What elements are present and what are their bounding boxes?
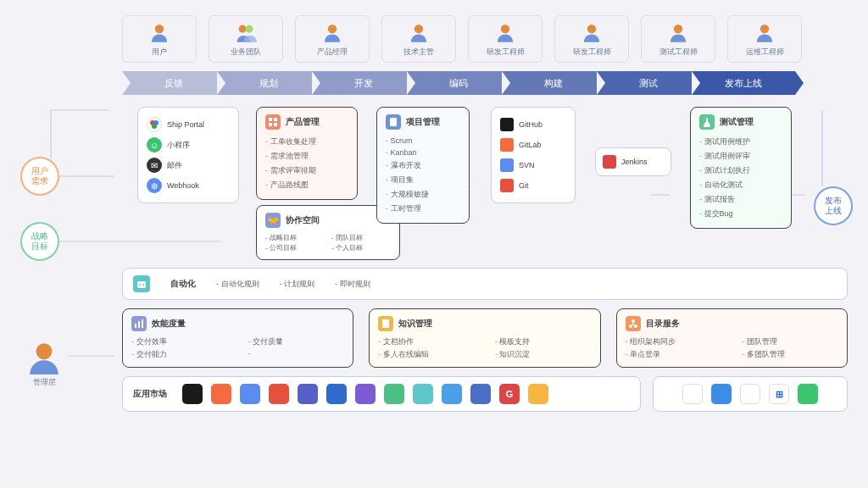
svg-point-7 — [674, 25, 682, 33]
box-performance: 效能度量 交付效率交付质量 交付能力 — [122, 308, 353, 368]
market-tile — [442, 384, 462, 404]
role-dev-1: 研发工程师 — [468, 15, 542, 63]
circle-strategy: 战略 目标 — [20, 222, 59, 261]
role-ops: 运维工程师 — [727, 15, 802, 63]
svg-rect-16 — [390, 118, 397, 126]
role-tech-lead: 技术主管 — [381, 15, 456, 63]
market-tile — [240, 384, 260, 404]
roles-row: 用户 业务团队 产品经理 技术主管 研发工程师 研发工程师 测试工程师 运维工程… — [122, 15, 848, 63]
box-channels: Ship Portal ☺小程序 ✉邮件 ⊕Webhook — [137, 107, 239, 203]
integration-tile: ⊞ — [769, 384, 789, 404]
role-pm: 产品经理 — [295, 15, 370, 63]
handshake-icon: 🤝 — [265, 213, 281, 228]
svg-point-8 — [760, 25, 769, 33]
svg-point-24 — [632, 319, 635, 323]
pipeline: 反馈 规划 开发 编码 构建 测试 发布上线 — [122, 71, 848, 95]
box-test-mgmt: 测试管理 测试用例维护测试用例评审 测试计划执行自动化测试 测试报告提交Bug — [690, 107, 792, 229]
svg-point-3 — [328, 25, 337, 33]
box-jenkins: Jenkins — [595, 147, 671, 176]
tree-icon — [626, 316, 641, 331]
svg-point-0 — [155, 25, 164, 33]
svg-rect-13 — [274, 118, 277, 121]
step-plan: 规划 — [217, 71, 320, 95]
box-project-mgmt: 项目管理 ScrumKanban 瀑布开发项目集 大规模敏捷工时管理 — [376, 107, 470, 224]
step-test: 测试 — [597, 71, 700, 95]
box-integrations: ⊞ — [653, 376, 848, 412]
box-product-mgmt: 产品管理 工单收集处理需求池管理 需求评审排期产品路线图 — [256, 107, 358, 200]
chart-icon — [131, 316, 147, 331]
svg-point-20 — [36, 343, 53, 359]
svg-point-11 — [152, 124, 157, 129]
role-dev-2: 研发工程师 — [554, 15, 629, 63]
svg-point-5 — [501, 25, 509, 33]
market-tile — [355, 384, 376, 404]
integration-tile — [740, 384, 760, 404]
svg-rect-17 — [137, 281, 146, 288]
box-knowledge: 知识管理 文档协作模板支持 多人在线编辑知识沉淀 — [369, 308, 600, 368]
robot-icon — [133, 275, 150, 292]
market-tile — [269, 384, 289, 404]
svg-rect-23 — [142, 319, 143, 328]
svg-point-19 — [142, 284, 144, 286]
svg-point-4 — [415, 25, 423, 33]
box-marketplace: 应用市场 G — [122, 376, 641, 412]
svg-point-1 — [239, 25, 247, 33]
svg-rect-21 — [135, 324, 136, 328]
market-tile — [182, 384, 203, 404]
svg-point-6 — [587, 25, 596, 33]
step-release: 发布上线 — [692, 71, 795, 95]
book-icon — [378, 316, 393, 331]
step-feedback: 反馈 — [122, 71, 225, 95]
box-code-repos: GitHub GitLab SVN Git — [491, 107, 576, 203]
integration-tile — [798, 384, 818, 404]
flask-icon — [699, 114, 715, 130]
role-biz-team: 业务团队 — [209, 15, 283, 63]
box-directory: 目录服务 组织架构同步团队管理 单点登录多团队管理 — [616, 308, 848, 368]
integration-tile — [711, 384, 732, 404]
market-tile — [326, 384, 347, 404]
market-tile — [413, 384, 433, 404]
svg-rect-15 — [274, 123, 277, 126]
market-tile — [384, 384, 404, 404]
grid-icon — [265, 114, 281, 130]
market-tile — [298, 384, 318, 404]
circle-user-demand: 用户 需求 — [20, 157, 59, 196]
integration-tile — [682, 384, 703, 404]
role-qa: 测试工程师 — [641, 15, 715, 63]
svg-rect-22 — [138, 321, 140, 328]
clipboard-icon — [386, 114, 401, 130]
role-user: 用户 — [122, 15, 197, 63]
market-tile: G — [499, 384, 520, 404]
market-tile — [528, 384, 548, 404]
svg-point-2 — [245, 25, 253, 33]
svg-point-18 — [139, 284, 141, 286]
step-code: 编码 — [407, 71, 510, 95]
step-build: 构建 — [502, 71, 605, 95]
svg-rect-12 — [269, 118, 272, 121]
market-tile — [211, 384, 231, 404]
step-develop: 开发 — [312, 71, 415, 95]
box-automation: 自动化 - 自动化规则 - 计划规则 - 即时规则 — [122, 268, 848, 300]
admin-person: 管理层 — [20, 339, 68, 388]
market-tile — [470, 384, 491, 404]
svg-rect-14 — [269, 123, 272, 126]
